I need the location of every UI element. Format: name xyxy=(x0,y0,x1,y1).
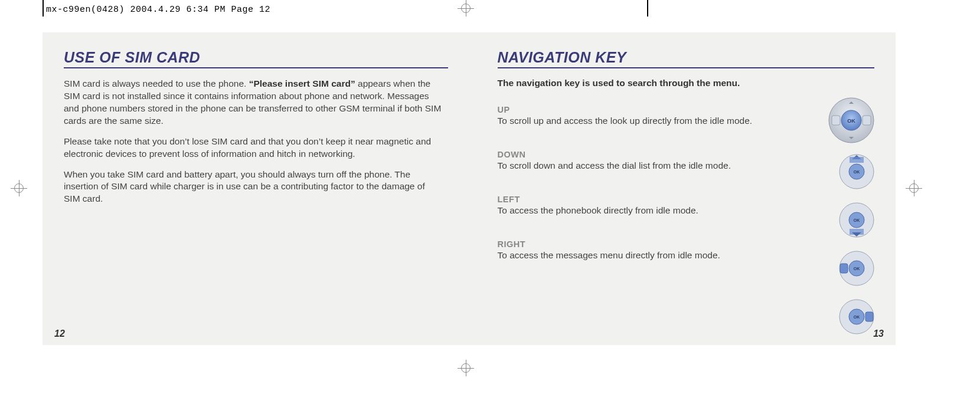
svg-text:OK: OK xyxy=(854,218,860,222)
registration-right xyxy=(906,180,922,196)
svg-text:OK: OK xyxy=(847,118,855,124)
nav-left-label: LEFT xyxy=(498,195,805,204)
printer-slug: mx-c99en(0428) 2004.4.29 6:34 PM Page 12 xyxy=(46,5,270,15)
svg-rect-3 xyxy=(832,116,840,125)
sim-p3: When you take SIM card and battery apart… xyxy=(64,169,442,206)
page-number-right: 13 xyxy=(873,329,884,339)
svg-text:OK: OK xyxy=(854,315,860,319)
nav-item-down: DOWN To scroll down and access the dial … xyxy=(498,150,805,171)
nav-item-right: RIGHT To access the messages menu direct… xyxy=(498,239,805,261)
nav-up-label: UP xyxy=(498,105,805,114)
heading-nav: NAVIGATION KEY xyxy=(498,49,875,68)
page-left: USE OF SIM CARD SIM card is always neede… xyxy=(43,32,469,345)
nav-right-label: RIGHT xyxy=(498,239,805,249)
sim-p1-prefix: SIM card is always needed to use the pho… xyxy=(64,78,249,88)
page-number-left: 12 xyxy=(54,329,65,339)
sim-p1: SIM card is always needed to use the pho… xyxy=(64,78,442,127)
crop-top-left xyxy=(43,0,44,17)
svg-text:OK: OK xyxy=(854,267,860,271)
crop-top-right xyxy=(647,0,648,17)
svg-text:OK: OK xyxy=(854,170,860,174)
page-spread: USE OF SIM CARD SIM card is always neede… xyxy=(43,32,896,345)
nav-up-desc: To scroll up and access the look up dire… xyxy=(498,116,805,126)
sim-p1-bold: “Please insert SIM card” xyxy=(249,78,355,88)
svg-rect-18 xyxy=(865,312,873,321)
nav-down-desc: To scroll down and access the dial list … xyxy=(498,160,805,171)
page-right: NAVIGATION KEY The navigation key is use… xyxy=(469,32,896,345)
nav-left-desc: To access the phonebook directly from id… xyxy=(498,205,805,216)
nav-lead: The navigation key is used to search thr… xyxy=(498,78,805,88)
navpad-icon-down: OK xyxy=(839,202,874,238)
heading-sim: USE OF SIM CARD xyxy=(64,49,448,68)
svg-rect-14 xyxy=(840,264,848,273)
nav-right-desc: To access the messages menu directly fro… xyxy=(498,250,805,261)
sim-p2: Please take note that you don’t lose SIM… xyxy=(64,136,442,160)
navpad-icon-left: OK xyxy=(839,251,874,286)
navpad-icon-main: OK xyxy=(828,97,874,143)
sim-body: SIM card is always needed to use the pho… xyxy=(64,78,442,205)
nav-down-label: DOWN xyxy=(498,150,805,159)
registration-bottom-center xyxy=(458,360,474,376)
registration-left xyxy=(11,180,27,196)
navpad-icon-right: OK xyxy=(839,299,874,334)
svg-rect-4 xyxy=(863,116,871,125)
navpad-icon-up: OK xyxy=(839,154,874,189)
nav-item-left: LEFT To access the phonebook directly fr… xyxy=(498,195,805,216)
nav-item-up: UP To scroll up and access the look up d… xyxy=(498,105,805,126)
registration-top-center xyxy=(458,0,474,17)
